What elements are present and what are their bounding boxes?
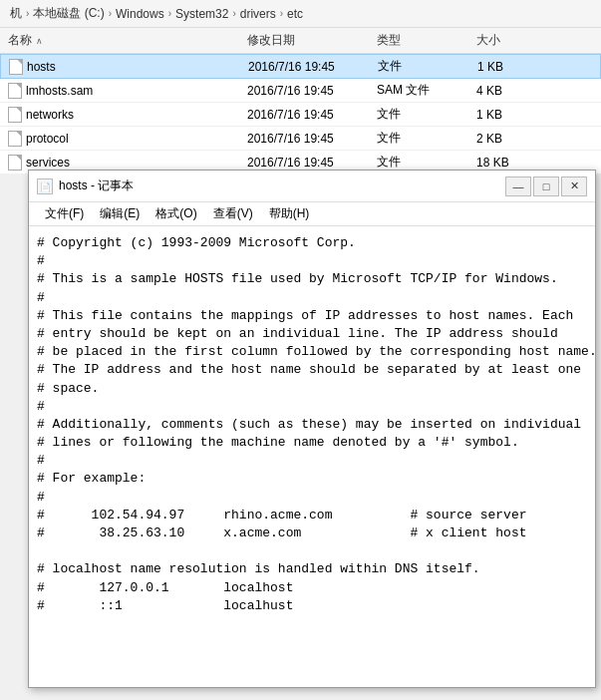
maximize-button[interactable]: □ [533, 176, 559, 196]
breadcrumb-sep0: › [26, 8, 29, 19]
file-size: 4 KB [476, 84, 556, 98]
file-name-cell: protocol [8, 131, 247, 147]
file-icon [8, 131, 22, 147]
file-size: 2 KB [476, 132, 556, 146]
notepad-menubar: 文件(F) 编辑(E) 格式(O) 查看(V) 帮助(H) [29, 202, 595, 226]
breadcrumb-windows[interactable]: Windows [116, 7, 164, 21]
breadcrumb-sep2: › [168, 8, 171, 19]
file-name-text: hosts [27, 60, 56, 74]
file-modified: 2016/7/16 19:45 [247, 84, 377, 98]
file-icon [9, 59, 23, 75]
file-modified: 2016/7/16 19:45 [247, 156, 377, 170]
breadcrumb-drivers[interactable]: drivers [240, 7, 276, 21]
file-name-text: protocol [26, 132, 69, 146]
file-name-text: networks [26, 108, 74, 122]
menu-view[interactable]: 查看(V) [205, 203, 261, 224]
sort-arrow-icon: ∧ [36, 36, 43, 46]
menu-format[interactable]: 格式(O) [148, 203, 204, 224]
file-type: 文件 [378, 58, 477, 75]
table-row[interactable]: lmhosts.sam 2016/7/16 19:45 SAM 文件 4 KB [0, 79, 601, 103]
breadcrumb-c[interactable]: 本地磁盘 (C:) [33, 5, 104, 22]
file-modified: 2016/7/16 19:45 [247, 132, 377, 146]
notepad-content[interactable]: # Copyright (c) 1993-2009 Microsoft Corp… [29, 226, 595, 687]
file-icon [8, 107, 22, 123]
file-size: 18 KB [476, 156, 556, 170]
notepad-icon: 📄 [37, 178, 53, 194]
file-size: 1 KB [477, 60, 557, 74]
file-name-cell: services [8, 155, 247, 171]
titlebar-controls: — □ ✕ [505, 176, 587, 196]
menu-file[interactable]: 文件(F) [37, 203, 92, 224]
table-row[interactable]: hosts 2016/7/16 19:45 文件 1 KB [0, 54, 601, 79]
breadcrumb[interactable]: 机 › 本地磁盘 (C:) › Windows › System32 › dri… [0, 0, 601, 28]
col-header-type[interactable]: 类型 [377, 32, 476, 49]
file-modified: 2016/7/16 19:45 [247, 108, 377, 122]
file-type: SAM 文件 [377, 82, 476, 99]
breadcrumb-system32[interactable]: System32 [175, 7, 228, 21]
file-name-cell: lmhosts.sam [8, 83, 247, 99]
file-name-text: lmhosts.sam [26, 84, 93, 98]
notepad-title-area: 📄 hosts - 记事本 [37, 177, 134, 194]
menu-help[interactable]: 帮助(H) [261, 203, 318, 224]
file-type: 文件 [377, 106, 476, 123]
breadcrumb-sep3: › [232, 8, 235, 19]
col-header-name[interactable]: 名称 ∧ [8, 32, 247, 49]
minimize-button[interactable]: — [505, 176, 531, 196]
breadcrumb-etc[interactable]: etc [287, 7, 303, 21]
file-icon [8, 155, 22, 171]
menu-edit[interactable]: 编辑(E) [92, 203, 148, 224]
breadcrumb-sep1: › [109, 8, 112, 19]
breadcrumb-machine[interactable]: 机 [10, 5, 22, 22]
file-explorer: 机 › 本地磁盘 (C:) › Windows › System32 › dri… [0, 0, 601, 175]
file-type: 文件 [377, 130, 476, 147]
file-size: 1 KB [476, 108, 556, 122]
file-icon [8, 83, 22, 99]
col-header-modified[interactable]: 修改日期 [247, 32, 377, 49]
file-rows-container: hosts 2016/7/16 19:45 文件 1 KB lmhosts.sa… [0, 54, 601, 175]
table-row[interactable]: protocol 2016/7/16 19:45 文件 2 KB [0, 127, 601, 151]
file-name-cell: networks [8, 107, 247, 123]
file-type: 文件 [377, 154, 476, 171]
file-table-header: 名称 ∧ 修改日期 类型 大小 [0, 28, 601, 54]
close-button[interactable]: ✕ [561, 176, 587, 196]
file-name-cell: hosts [9, 59, 248, 75]
file-modified: 2016/7/16 19:45 [248, 60, 378, 74]
notepad-title-text: hosts - 记事本 [59, 177, 134, 194]
file-name-text: services [26, 156, 70, 170]
table-row[interactable]: networks 2016/7/16 19:45 文件 1 KB [0, 103, 601, 127]
notepad-titlebar: 📄 hosts - 记事本 — □ ✕ [29, 171, 595, 202]
breadcrumb-sep4: › [280, 8, 283, 19]
notepad-window: 📄 hosts - 记事本 — □ ✕ 文件(F) 编辑(E) 格式(O) 查看… [28, 170, 596, 688]
col-header-size[interactable]: 大小 [476, 32, 556, 49]
